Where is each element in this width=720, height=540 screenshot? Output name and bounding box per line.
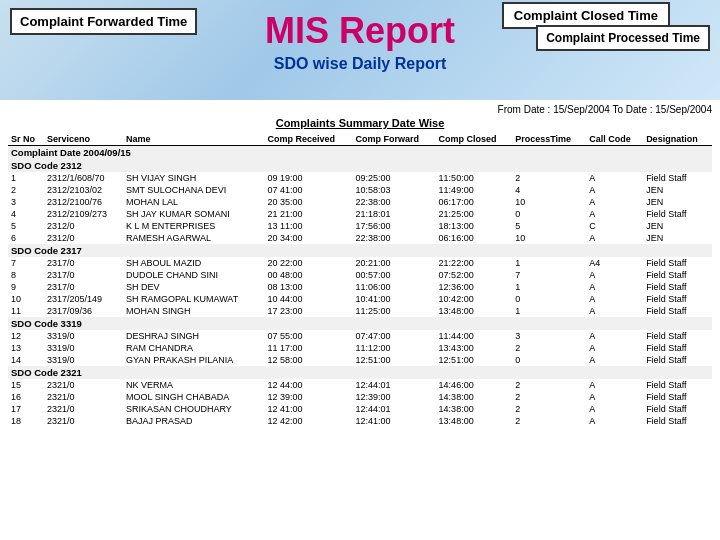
- cell-closed: 07:52:00: [436, 269, 513, 281]
- cell-designation: Field Staff: [643, 208, 712, 220]
- table-row: 162321/0MOOL SINGH CHABADA12 39:0012:39:…: [8, 391, 712, 403]
- cell-received: 08 13:00: [264, 281, 352, 293]
- cell-name: SH DEV: [123, 281, 264, 293]
- sdo-subtitle: SDO wise Daily Report: [274, 55, 447, 73]
- cell-received: 09 19:00: [264, 172, 352, 184]
- col-comp-forward: Comp Forward: [352, 133, 435, 146]
- cell-sr: 10: [8, 293, 44, 305]
- cell-sr: 18: [8, 415, 44, 427]
- cell-sr: 9: [8, 281, 44, 293]
- cell-call_code: A: [586, 415, 643, 427]
- cell-closed: 10:42:00: [436, 293, 513, 305]
- cell-name: GYAN PRAKASH PILANIA: [123, 354, 264, 366]
- cell-name: K L M ENTERPRISES: [123, 220, 264, 232]
- cell-sr: 12: [8, 330, 44, 342]
- cell-name: MOOL SINGH CHABADA: [123, 391, 264, 403]
- cell-name: SH RAMGOPAL KUMAWAT: [123, 293, 264, 305]
- cell-service: 2312/2103/02: [44, 184, 123, 196]
- cell-designation: Field Staff: [643, 379, 712, 391]
- table-row: 32312/2100/76MOHAN LAL20 35:0022:38:0006…: [8, 196, 712, 208]
- table-row: 112317/09/36MOHAN SINGH17 23:0011:25:001…: [8, 305, 712, 317]
- cell-process: 2: [512, 415, 586, 427]
- cell-name: SMT SULOCHANA DEVI: [123, 184, 264, 196]
- cell-received: 07 55:00: [264, 330, 352, 342]
- cell-sr: 13: [8, 342, 44, 354]
- table-row: 102317/205/149SH RAMGOPAL KUMAWAT10 44:0…: [8, 293, 712, 305]
- cell-designation: Field Staff: [643, 342, 712, 354]
- cell-received: 20 34:00: [264, 232, 352, 244]
- cell-call_code: A: [586, 342, 643, 354]
- cell-sr: 5: [8, 220, 44, 232]
- cell-service: 2312/2109/273: [44, 208, 123, 220]
- cell-call_code: A: [586, 379, 643, 391]
- cell-service: 2312/1/608/70: [44, 172, 123, 184]
- cell-forward: 12:44:01: [352, 403, 435, 415]
- cell-name: RAM CHANDRA: [123, 342, 264, 354]
- cell-closed: 14:38:00: [436, 391, 513, 403]
- col-designation: Designation: [643, 133, 712, 146]
- cell-designation: Field Staff: [643, 172, 712, 184]
- cell-process: 10: [512, 232, 586, 244]
- cell-closed: 13:43:00: [436, 342, 513, 354]
- cell-service: 3319/0: [44, 330, 123, 342]
- sdo-code-row: SDO Code 2321: [8, 366, 712, 379]
- cell-forward: 07:47:00: [352, 330, 435, 342]
- complaint-processed-box: Complaint Processed Time: [536, 25, 710, 51]
- cell-service: 2321/0: [44, 391, 123, 403]
- cell-received: 10 44:00: [264, 293, 352, 305]
- cell-call_code: A: [586, 293, 643, 305]
- cell-forward: 00:57:00: [352, 269, 435, 281]
- cell-call_code: A: [586, 354, 643, 366]
- cell-designation: Field Staff: [643, 391, 712, 403]
- cell-name: MOHAN SINGH: [123, 305, 264, 317]
- cell-name: NK VERMA: [123, 379, 264, 391]
- col-comp-closed: Comp Closed: [436, 133, 513, 146]
- cell-forward: 12:51:00: [352, 354, 435, 366]
- cell-process: 2: [512, 172, 586, 184]
- cell-call_code: A: [586, 196, 643, 208]
- cell-service: 2321/0: [44, 403, 123, 415]
- cell-name: SH JAY KUMAR SOMANI: [123, 208, 264, 220]
- cell-closed: 21:22:00: [436, 257, 513, 269]
- cell-designation: JEN: [643, 184, 712, 196]
- table-row: 152321/0NK VERMA12 44:0012:44:0114:46:00…: [8, 379, 712, 391]
- sdo-code-row: SDO Code 2317: [8, 244, 712, 257]
- cell-forward: 20:21:00: [352, 257, 435, 269]
- cell-service: 3319/0: [44, 342, 123, 354]
- table-row: 82317/0DUDOLE CHAND SINI00 48:0000:57:00…: [8, 269, 712, 281]
- cell-name: SH VIJAY SINGH: [123, 172, 264, 184]
- table-row: 182321/0BAJAJ PRASAD12 42:0012:41:0013:4…: [8, 415, 712, 427]
- complaint-closed-label: Complaint Closed Time: [514, 8, 658, 23]
- cell-name: SRIKASAN CHOUDHARY: [123, 403, 264, 415]
- complaint-date-row: Complaint Date 2004/09/15: [8, 146, 712, 160]
- cell-call_code: A: [586, 403, 643, 415]
- cell-call_code: A: [586, 305, 643, 317]
- complaint-processed-label: Complaint Processed Time: [546, 31, 700, 45]
- cell-process: 1: [512, 305, 586, 317]
- cell-designation: Field Staff: [643, 415, 712, 427]
- cell-designation: JEN: [643, 220, 712, 232]
- cell-received: 12 39:00: [264, 391, 352, 403]
- cell-forward: 10:58:03: [352, 184, 435, 196]
- cell-call_code: A: [586, 184, 643, 196]
- table-row: 42312/2109/273SH JAY KUMAR SOMANI21 21:0…: [8, 208, 712, 220]
- table-row: 52312/0K L M ENTERPRISES13 11:0017:56:00…: [8, 220, 712, 232]
- table-row: 143319/0GYAN PRAKASH PILANIA12 58:0012:5…: [8, 354, 712, 366]
- cell-received: 11 17:00: [264, 342, 352, 354]
- sdo-code-row: SDO Code 3319: [8, 317, 712, 330]
- cell-forward: 12:41:00: [352, 415, 435, 427]
- cell-name: SH ABOUL MAZID: [123, 257, 264, 269]
- cell-closed: 12:36:00: [436, 281, 513, 293]
- cell-call_code: A: [586, 281, 643, 293]
- cell-forward: 21:18:01: [352, 208, 435, 220]
- cell-service: 2312/0: [44, 232, 123, 244]
- cell-closed: 11:44:00: [436, 330, 513, 342]
- cell-process: 5: [512, 220, 586, 232]
- cell-designation: Field Staff: [643, 269, 712, 281]
- cell-forward: 11:25:00: [352, 305, 435, 317]
- cell-designation: Field Staff: [643, 403, 712, 415]
- cell-closed: 06:16:00: [436, 232, 513, 244]
- cell-designation: Field Staff: [643, 293, 712, 305]
- cell-sr: 8: [8, 269, 44, 281]
- table-row: 72317/0SH ABOUL MAZID20 22:0020:21:0021:…: [8, 257, 712, 269]
